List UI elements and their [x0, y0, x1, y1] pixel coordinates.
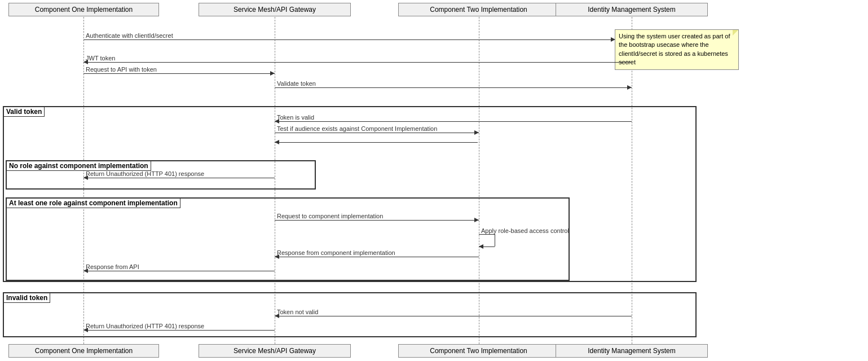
label-jwt: JWT token — [86, 55, 115, 61]
arrowhead-req-comp — [474, 218, 479, 222]
label-unauth-no-role: Return Unauthorized (HTTP 401) response — [86, 170, 204, 177]
self-arrow-top — [479, 234, 495, 235]
arrow-unauth-no-role — [83, 178, 275, 178]
arrow-req-comp — [275, 220, 479, 221]
arrow-authenticate — [83, 39, 614, 40]
arrowhead-test-audience — [474, 130, 479, 135]
arrowhead-authenticate — [611, 37, 615, 42]
label-request-api: Request to API with token — [86, 66, 157, 73]
label-token-not-valid: Token not valid — [277, 309, 318, 315]
label-token-valid: Token is valid — [277, 114, 314, 121]
fragment-label-no-role: No role against component implementation — [6, 161, 151, 171]
arrow-test-audience — [275, 133, 479, 133]
label-resp-comp: Response from component implementation — [277, 249, 395, 256]
arrow-resp-comp — [275, 257, 479, 257]
fragment-label-valid-token: Valid token — [3, 107, 45, 117]
label-test-audience: Test if audience exists against Componen… — [277, 125, 437, 132]
arrowhead-validate — [627, 85, 632, 90]
arrow-resp-api — [83, 271, 275, 271]
label-validate: Validate token — [277, 80, 316, 87]
fragment-invalid-token: Invalid token — [3, 292, 697, 337]
arrow-audience-return — [275, 142, 478, 143]
label-authenticate: Authenticate with clientId/secret — [86, 32, 173, 39]
label-resp-api: Response from API — [86, 263, 139, 270]
arrowhead-request-api — [270, 71, 275, 76]
note-bootstrap: Using the system user created as part of… — [615, 29, 739, 70]
label-req-comp: Request to component implementation — [277, 213, 383, 219]
arrowhead-self — [479, 244, 483, 249]
participant-identity-top: Identity Management System — [556, 3, 708, 16]
arrow-request-api — [83, 73, 275, 74]
arrow-validate — [275, 87, 632, 88]
participant-comp1-bottom: Component One Implementation — [8, 344, 159, 358]
label-rbac: Apply role-based access control — [481, 227, 569, 234]
participant-gateway-top: Service Mesh/API Gateway — [199, 3, 351, 16]
arrow-token-not-valid — [275, 316, 632, 316]
participant-comp1-top: Component One Implementation — [8, 3, 159, 16]
self-arrow-right — [495, 234, 495, 246]
label-unauth-invalid: Return Unauthorized (HTTP 401) response — [86, 323, 204, 329]
arrow-jwt — [83, 62, 632, 63]
fragment-label-invalid-token: Invalid token — [3, 293, 50, 303]
arrowhead-audience-return — [275, 140, 279, 144]
participant-comp2-top: Component Two Implementation — [398, 3, 559, 16]
participant-gateway-bottom: Service Mesh/API Gateway — [199, 344, 351, 358]
arrow-unauth-invalid — [83, 330, 275, 331]
participant-comp2-bottom: Component Two Implementation — [398, 344, 559, 358]
arrow-token-valid — [275, 121, 632, 122]
sequence-diagram: Component One Implementation Service Mes… — [0, 0, 868, 361]
participant-identity-bottom: Identity Management System — [556, 344, 708, 358]
fragment-label-at-least-role: At least one role against component impl… — [6, 198, 180, 208]
